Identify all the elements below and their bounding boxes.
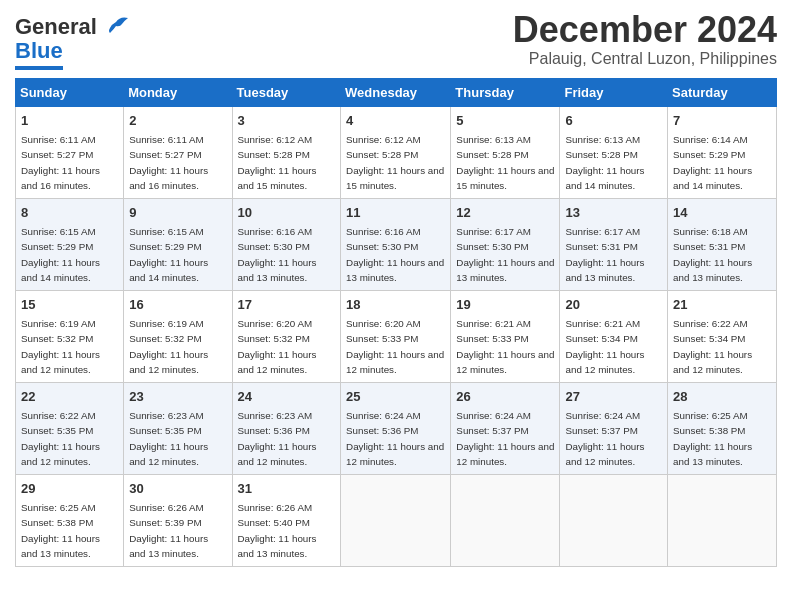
calendar-cell: 7 Sunrise: 6:14 AMSunset: 5:29 PMDayligh… <box>668 107 777 199</box>
day-number: 12 <box>456 204 554 222</box>
month-title: December 2024 <box>513 10 777 50</box>
calendar-cell: 30 Sunrise: 6:26 AMSunset: 5:39 PMDaylig… <box>124 475 232 567</box>
header-thursday: Thursday <box>451 79 560 107</box>
day-info: Sunrise: 6:23 AMSunset: 5:36 PMDaylight:… <box>238 410 317 467</box>
header-saturday: Saturday <box>668 79 777 107</box>
calendar-cell: 22 Sunrise: 6:22 AMSunset: 5:35 PMDaylig… <box>16 383 124 475</box>
calendar-week-row: 15 Sunrise: 6:19 AMSunset: 5:32 PMDaylig… <box>16 291 777 383</box>
calendar-cell: 14 Sunrise: 6:18 AMSunset: 5:31 PMDaylig… <box>668 199 777 291</box>
day-info: Sunrise: 6:21 AMSunset: 5:33 PMDaylight:… <box>456 318 554 375</box>
logo-bird-icon <box>102 16 130 38</box>
calendar-cell: 24 Sunrise: 6:23 AMSunset: 5:36 PMDaylig… <box>232 383 341 475</box>
header-sunday: Sunday <box>16 79 124 107</box>
header-monday: Monday <box>124 79 232 107</box>
calendar-week-row: 1 Sunrise: 6:11 AMSunset: 5:27 PMDayligh… <box>16 107 777 199</box>
day-info: Sunrise: 6:25 AMSunset: 5:38 PMDaylight:… <box>21 502 100 559</box>
calendar-cell: 27 Sunrise: 6:24 AMSunset: 5:37 PMDaylig… <box>560 383 668 475</box>
header-tuesday: Tuesday <box>232 79 341 107</box>
logo-underline <box>15 66 63 70</box>
day-info: Sunrise: 6:20 AMSunset: 5:32 PMDaylight:… <box>238 318 317 375</box>
header-row: Sunday Monday Tuesday Wednesday Thursday… <box>16 79 777 107</box>
day-number: 2 <box>129 112 226 130</box>
day-info: Sunrise: 6:15 AMSunset: 5:29 PMDaylight:… <box>21 226 100 283</box>
calendar-cell: 12 Sunrise: 6:17 AMSunset: 5:30 PMDaylig… <box>451 199 560 291</box>
day-number: 20 <box>565 296 662 314</box>
day-info: Sunrise: 6:14 AMSunset: 5:29 PMDaylight:… <box>673 134 752 191</box>
day-info: Sunrise: 6:22 AMSunset: 5:35 PMDaylight:… <box>21 410 100 467</box>
day-info: Sunrise: 6:12 AMSunset: 5:28 PMDaylight:… <box>238 134 317 191</box>
day-number: 31 <box>238 480 336 498</box>
day-info: Sunrise: 6:24 AMSunset: 5:37 PMDaylight:… <box>456 410 554 467</box>
calendar-cell: 2 Sunrise: 6:11 AMSunset: 5:27 PMDayligh… <box>124 107 232 199</box>
calendar-cell: 31 Sunrise: 6:26 AMSunset: 5:40 PMDaylig… <box>232 475 341 567</box>
day-number: 4 <box>346 112 445 130</box>
calendar-cell: 9 Sunrise: 6:15 AMSunset: 5:29 PMDayligh… <box>124 199 232 291</box>
day-number: 16 <box>129 296 226 314</box>
day-info: Sunrise: 6:11 AMSunset: 5:27 PMDaylight:… <box>129 134 208 191</box>
day-info: Sunrise: 6:24 AMSunset: 5:36 PMDaylight:… <box>346 410 444 467</box>
calendar-cell: 11 Sunrise: 6:16 AMSunset: 5:30 PMDaylig… <box>341 199 451 291</box>
day-info: Sunrise: 6:13 AMSunset: 5:28 PMDaylight:… <box>456 134 554 191</box>
calendar-cell: 10 Sunrise: 6:16 AMSunset: 5:30 PMDaylig… <box>232 199 341 291</box>
day-info: Sunrise: 6:18 AMSunset: 5:31 PMDaylight:… <box>673 226 752 283</box>
calendar-cell: 23 Sunrise: 6:23 AMSunset: 5:35 PMDaylig… <box>124 383 232 475</box>
day-number: 22 <box>21 388 118 406</box>
calendar-cell: 19 Sunrise: 6:21 AMSunset: 5:33 PMDaylig… <box>451 291 560 383</box>
logo: General Blue <box>15 10 130 70</box>
calendar-cell: 29 Sunrise: 6:25 AMSunset: 5:38 PMDaylig… <box>16 475 124 567</box>
location-title: Palauig, Central Luzon, Philippines <box>513 50 777 68</box>
day-info: Sunrise: 6:26 AMSunset: 5:39 PMDaylight:… <box>129 502 208 559</box>
day-number: 9 <box>129 204 226 222</box>
calendar-cell: 25 Sunrise: 6:24 AMSunset: 5:36 PMDaylig… <box>341 383 451 475</box>
calendar-cell: 18 Sunrise: 6:20 AMSunset: 5:33 PMDaylig… <box>341 291 451 383</box>
day-info: Sunrise: 6:17 AMSunset: 5:30 PMDaylight:… <box>456 226 554 283</box>
calendar-cell: 5 Sunrise: 6:13 AMSunset: 5:28 PMDayligh… <box>451 107 560 199</box>
day-info: Sunrise: 6:17 AMSunset: 5:31 PMDaylight:… <box>565 226 644 283</box>
day-number: 24 <box>238 388 336 406</box>
day-info: Sunrise: 6:19 AMSunset: 5:32 PMDaylight:… <box>21 318 100 375</box>
day-number: 1 <box>21 112 118 130</box>
header-wednesday: Wednesday <box>341 79 451 107</box>
day-info: Sunrise: 6:24 AMSunset: 5:37 PMDaylight:… <box>565 410 644 467</box>
calendar-week-row: 29 Sunrise: 6:25 AMSunset: 5:38 PMDaylig… <box>16 475 777 567</box>
calendar-week-row: 22 Sunrise: 6:22 AMSunset: 5:35 PMDaylig… <box>16 383 777 475</box>
day-number: 13 <box>565 204 662 222</box>
header-friday: Friday <box>560 79 668 107</box>
day-number: 19 <box>456 296 554 314</box>
day-number: 17 <box>238 296 336 314</box>
day-info: Sunrise: 6:25 AMSunset: 5:38 PMDaylight:… <box>673 410 752 467</box>
calendar-cell <box>668 475 777 567</box>
day-info: Sunrise: 6:16 AMSunset: 5:30 PMDaylight:… <box>346 226 444 283</box>
day-number: 11 <box>346 204 445 222</box>
day-info: Sunrise: 6:21 AMSunset: 5:34 PMDaylight:… <box>565 318 644 375</box>
header: General Blue December 2024 Palauig, Cent… <box>15 10 777 70</box>
day-number: 25 <box>346 388 445 406</box>
calendar-cell: 17 Sunrise: 6:20 AMSunset: 5:32 PMDaylig… <box>232 291 341 383</box>
day-number: 8 <box>21 204 118 222</box>
day-number: 29 <box>21 480 118 498</box>
calendar-cell <box>451 475 560 567</box>
title-area: December 2024 Palauig, Central Luzon, Ph… <box>513 10 777 68</box>
calendar-cell: 1 Sunrise: 6:11 AMSunset: 5:27 PMDayligh… <box>16 107 124 199</box>
logo-blue-text: Blue <box>15 38 63 64</box>
day-info: Sunrise: 6:23 AMSunset: 5:35 PMDaylight:… <box>129 410 208 467</box>
calendar-cell: 6 Sunrise: 6:13 AMSunset: 5:28 PMDayligh… <box>560 107 668 199</box>
day-number: 15 <box>21 296 118 314</box>
calendar-cell <box>341 475 451 567</box>
calendar-cell: 28 Sunrise: 6:25 AMSunset: 5:38 PMDaylig… <box>668 383 777 475</box>
logo-general-text: General <box>15 14 97 40</box>
day-info: Sunrise: 6:16 AMSunset: 5:30 PMDaylight:… <box>238 226 317 283</box>
day-number: 3 <box>238 112 336 130</box>
calendar-table: Sunday Monday Tuesday Wednesday Thursday… <box>15 78 777 567</box>
day-info: Sunrise: 6:12 AMSunset: 5:28 PMDaylight:… <box>346 134 444 191</box>
calendar-cell: 26 Sunrise: 6:24 AMSunset: 5:37 PMDaylig… <box>451 383 560 475</box>
day-info: Sunrise: 6:26 AMSunset: 5:40 PMDaylight:… <box>238 502 317 559</box>
day-number: 28 <box>673 388 771 406</box>
day-number: 30 <box>129 480 226 498</box>
calendar-cell: 20 Sunrise: 6:21 AMSunset: 5:34 PMDaylig… <box>560 291 668 383</box>
day-number: 6 <box>565 112 662 130</box>
calendar-cell: 4 Sunrise: 6:12 AMSunset: 5:28 PMDayligh… <box>341 107 451 199</box>
calendar-cell: 8 Sunrise: 6:15 AMSunset: 5:29 PMDayligh… <box>16 199 124 291</box>
calendar-cell: 3 Sunrise: 6:12 AMSunset: 5:28 PMDayligh… <box>232 107 341 199</box>
calendar-cell: 21 Sunrise: 6:22 AMSunset: 5:34 PMDaylig… <box>668 291 777 383</box>
